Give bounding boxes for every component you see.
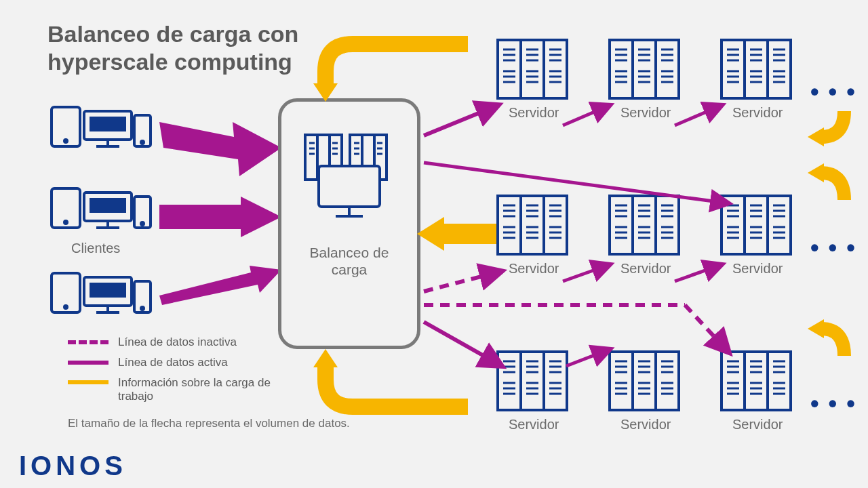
legend-text-active: Línea de datos activa [118,356,228,369]
legend-text-inactive: Línea de datos inactiva [118,336,237,349]
svg-line-247 [566,349,610,366]
svg-line-238 [424,105,498,136]
svg-line-239 [563,105,610,125]
svg-marker-251 [808,319,824,338]
svg-line-244 [685,305,729,352]
legend-active: Línea de datos activa [68,356,228,369]
svg-marker-249 [808,127,824,146]
workload-arrow-edge [804,152,858,207]
svg-line-245 [563,264,610,281]
workload-arrow-edge [804,308,858,363]
svg-line-240 [675,105,722,125]
legend-workload: Información sobre la carga de trabajo [68,376,294,404]
svg-marker-250 [808,163,824,182]
svg-line-241 [424,163,729,203]
server-connection-arrows [0,0,868,488]
svg-line-246 [424,322,502,366]
legend-text-workload: Información sobre la carga de trabajo [118,376,294,404]
svg-line-242 [424,271,502,291]
legend-swatch-inactive [68,340,108,344]
brand-logo: IONOS [19,451,127,481]
legend-swatch-workload [68,380,108,384]
svg-line-248 [675,264,722,281]
legend-swatch-active [68,361,108,365]
legend-inactive: Línea de datos inactiva [68,336,237,349]
caption-text: El tamaño de la flecha representa el vol… [68,417,350,430]
